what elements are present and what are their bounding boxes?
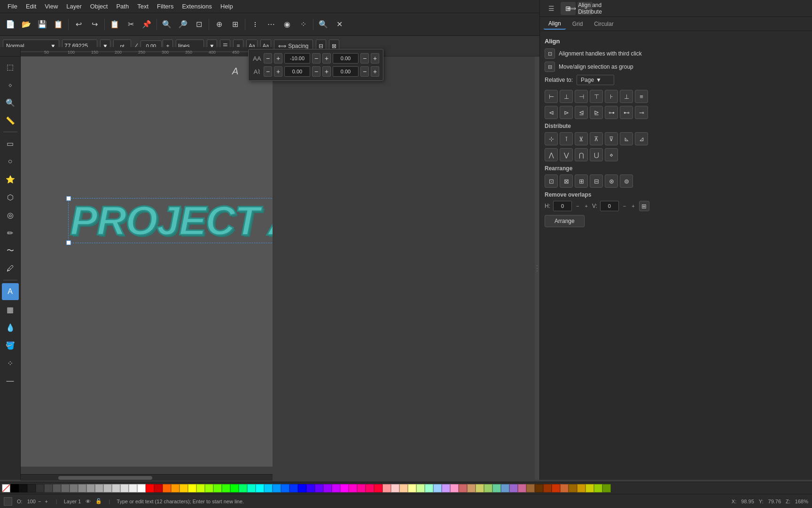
kerning-minus3[interactable]: − bbox=[360, 53, 369, 64]
kerning-plus3[interactable]: + bbox=[371, 53, 379, 64]
panel-tab-layers[interactable]: ☰ bbox=[544, 2, 559, 15]
align-right-edges[interactable]: ⊣ bbox=[575, 90, 588, 103]
swatch-3[interactable] bbox=[36, 484, 44, 492]
subtab-circular[interactable]: Circular bbox=[589, 19, 618, 29]
align-center-v[interactable]: ⊥ bbox=[560, 90, 573, 103]
handle-tl[interactable] bbox=[66, 196, 71, 201]
zoom-minus-btn[interactable]: − bbox=[37, 498, 42, 505]
spray-btn[interactable]: ⁘ bbox=[296, 17, 311, 32]
swatch-violet[interactable] bbox=[306, 484, 315, 492]
dist-center-h[interactable]: ⊽ bbox=[605, 132, 618, 145]
panel-separator[interactable] bbox=[535, 56, 539, 480]
swatch-13[interactable] bbox=[120, 484, 129, 492]
handle-bl[interactable] bbox=[66, 240, 71, 245]
swatch-br9[interactable] bbox=[594, 484, 602, 492]
pencil-tool[interactable]: ✏ bbox=[2, 224, 19, 241]
arrange-btn[interactable]: Arrange bbox=[545, 215, 585, 227]
subtab-align[interactable]: Align bbox=[544, 18, 566, 30]
align-bottom-anchor[interactable]: ⊷ bbox=[620, 106, 633, 119]
swatch-none[interactable] bbox=[2, 484, 10, 492]
dist-extra-1[interactable]: ⋂ bbox=[575, 148, 588, 161]
swatch-pink2[interactable] bbox=[357, 484, 366, 492]
dist-extra-3[interactable]: ⋄ bbox=[605, 148, 618, 161]
move-align-icon[interactable]: ⊟ bbox=[545, 62, 555, 72]
swatch-br1[interactable] bbox=[526, 484, 535, 492]
swatch-e4[interactable] bbox=[484, 484, 492, 492]
relative-to-select[interactable]: Page ▼ bbox=[577, 75, 614, 85]
menu-filters[interactable]: Filters bbox=[153, 1, 177, 12]
swatch-p8[interactable] bbox=[442, 484, 450, 492]
swatch-lime[interactable] bbox=[196, 484, 205, 492]
swatch-mint[interactable] bbox=[239, 484, 247, 492]
swatch-teal[interactable] bbox=[247, 484, 256, 492]
swatch-0[interactable] bbox=[10, 484, 19, 492]
swatch-7[interactable] bbox=[70, 484, 78, 492]
swatch-4[interactable] bbox=[44, 484, 53, 492]
swatch-blue4[interactable] bbox=[298, 484, 306, 492]
menu-edit[interactable]: Edit bbox=[22, 1, 40, 12]
swatch-green2[interactable] bbox=[230, 484, 239, 492]
align-left-edges[interactable]: ⊢ bbox=[545, 90, 558, 103]
menu-object[interactable]: Object bbox=[86, 1, 112, 12]
kerning-minus2[interactable]: − bbox=[312, 53, 320, 64]
word-spacing-value[interactable]: 0.00 bbox=[284, 66, 310, 77]
dist-eq-v[interactable]: ⋁ bbox=[560, 148, 573, 161]
v-plus[interactable]: + bbox=[630, 203, 636, 209]
h-minus[interactable]: − bbox=[575, 203, 580, 209]
dist-right[interactable]: ⊻ bbox=[575, 132, 588, 145]
save-copy-btn[interactable]: 📋 bbox=[51, 17, 66, 32]
dist-bottom[interactable]: ⊾ bbox=[620, 132, 633, 145]
h-value[interactable]: 0 bbox=[553, 201, 572, 211]
swatch-blue[interactable] bbox=[273, 484, 281, 492]
word-minus3[interactable]: − bbox=[360, 66, 369, 77]
word-plus2[interactable]: + bbox=[322, 66, 331, 77]
swatch-pink3[interactable] bbox=[366, 484, 374, 492]
dist-left[interactable]: ⊹ bbox=[545, 132, 558, 145]
swatch-p1[interactable] bbox=[383, 484, 391, 492]
align-center-h[interactable]: ⊦ bbox=[605, 90, 618, 103]
swatch-br7[interactable] bbox=[577, 484, 586, 492]
align-top-anchor[interactable]: ⊵ bbox=[590, 106, 603, 119]
bezier-tool[interactable]: 〜 bbox=[2, 242, 19, 259]
swatch-e8[interactable] bbox=[518, 484, 526, 492]
clipboard-btn[interactable]: 📋 bbox=[107, 17, 122, 32]
swatch-pink4[interactable] bbox=[374, 484, 383, 492]
swatch-lime2[interactable] bbox=[205, 484, 213, 492]
menu-file[interactable]: File bbox=[4, 1, 21, 12]
open-btn[interactable]: 📂 bbox=[19, 17, 34, 32]
swatch-br3[interactable] bbox=[543, 484, 552, 492]
swatch-br2[interactable] bbox=[535, 484, 543, 492]
align-btn[interactable]: ⫶ bbox=[248, 17, 263, 32]
swatch-red[interactable] bbox=[146, 484, 154, 492]
v-minus[interactable]: − bbox=[622, 203, 627, 209]
kerning-plus2[interactable]: + bbox=[322, 53, 331, 64]
swatch-p3[interactable] bbox=[399, 484, 408, 492]
word-minus[interactable]: − bbox=[264, 66, 272, 77]
rect-tool[interactable]: ▭ bbox=[2, 135, 19, 152]
swatch-11[interactable] bbox=[103, 484, 112, 492]
menu-extensions[interactable]: Extensions bbox=[178, 1, 216, 12]
h-plus[interactable]: + bbox=[583, 203, 589, 209]
distribute-btn[interactable]: ⋯ bbox=[264, 17, 279, 32]
select-btn[interactable]: ⊕ bbox=[211, 17, 226, 32]
swatch-yellow[interactable] bbox=[188, 484, 196, 492]
swatch-2[interactable] bbox=[27, 484, 36, 492]
swatch-blue2[interactable] bbox=[281, 484, 289, 492]
menu-help[interactable]: Help bbox=[217, 1, 237, 12]
dist-baseline[interactable]: ⊿ bbox=[635, 132, 648, 145]
swatch-orange[interactable] bbox=[163, 484, 171, 492]
ellipse-tool[interactable]: ○ bbox=[2, 153, 19, 170]
swatch-8[interactable] bbox=[78, 484, 86, 492]
save-btn[interactable]: 💾 bbox=[35, 17, 50, 32]
swatch-br6[interactable] bbox=[569, 484, 577, 492]
spray-tool[interactable]: ⁘ bbox=[2, 355, 19, 372]
connector-tool[interactable]: — bbox=[2, 373, 19, 389]
swatch-e6[interactable] bbox=[501, 484, 509, 492]
paste-btn[interactable]: 📌 bbox=[139, 17, 154, 32]
word-plus3[interactable]: + bbox=[371, 66, 379, 77]
swatch-br8[interactable] bbox=[586, 484, 594, 492]
dist-top[interactable]: ⊼ bbox=[590, 132, 603, 145]
align-center-anchor[interactable]: ⊳ bbox=[560, 106, 573, 119]
horizontal-scrollbar[interactable] bbox=[21, 474, 273, 481]
kerning-plus[interactable]: + bbox=[274, 53, 282, 64]
